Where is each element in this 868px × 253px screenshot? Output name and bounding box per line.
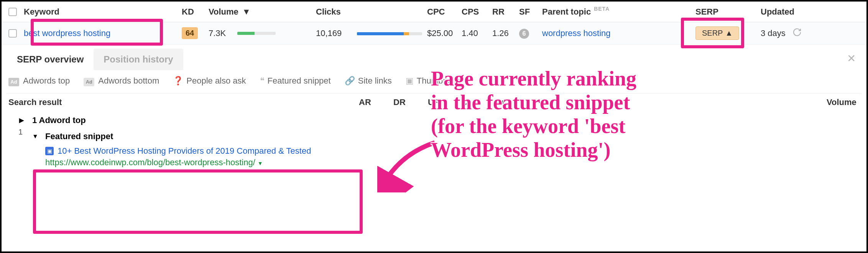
- col-m[interactable]: m: [497, 97, 531, 107]
- sort-desc-icon: ▼: [242, 7, 251, 17]
- serp-btn-label: SERP: [702, 29, 723, 38]
- row-checkbox[interactable]: [8, 29, 17, 38]
- col-sf[interactable]: SF: [519, 7, 542, 17]
- col-cps[interactable]: CPS: [462, 7, 492, 17]
- col-serp[interactable]: SERP: [695, 7, 761, 17]
- col-ar[interactable]: AR: [359, 97, 393, 107]
- featured-snippet-row[interactable]: ▼ Featured snippet: [7, 128, 861, 144]
- ad-icon: Ad: [84, 78, 94, 86]
- tab-position-history[interactable]: Position history: [94, 49, 183, 70]
- col-volume[interactable]: Volume ▼: [209, 7, 316, 17]
- beta-badge: BETA: [594, 6, 610, 12]
- filter-adwords-bottom[interactable]: AdAdwords bottom: [84, 76, 159, 86]
- clicks-value: 10,169: [316, 28, 342, 38]
- featured-snippet-heading: Featured snippet: [45, 131, 113, 141]
- col-rr[interactable]: RR: [492, 7, 519, 17]
- volume-value: 7.3K: [209, 28, 226, 38]
- filter-featured-snippet[interactable]: ❝Featured snippet: [260, 76, 331, 86]
- serp-feature-filters: AdAdwords top AdAdwords bottom ❓People a…: [7, 72, 861, 93]
- parent-topic-link[interactable]: wordpress hosting: [542, 28, 611, 38]
- col-cl[interactable]: cl: [462, 97, 497, 107]
- caret-up-icon: ▲: [725, 29, 733, 38]
- refresh-icon[interactable]: [792, 28, 802, 39]
- clicks-bar: [357, 32, 422, 35]
- filter-people-also-ask[interactable]: ❓People also ask: [173, 76, 246, 86]
- adword-row-label: 1 Adword top: [32, 115, 86, 125]
- cpc-value: $25.00: [427, 28, 462, 38]
- snippet-url-text: https://www.codeinwp.com/blog/best-wordp…: [45, 158, 255, 167]
- sf-badge: 6: [519, 29, 529, 39]
- snippet-result-title[interactable]: ▣ 10+ Best WordPress Hosting Providers o…: [7, 144, 861, 157]
- caret-down-icon: ▼: [258, 160, 263, 166]
- keyword-link[interactable]: best wordpress hosting: [24, 28, 110, 38]
- kd-badge: 64: [182, 27, 198, 39]
- col-updated[interactable]: Updated: [761, 7, 814, 17]
- image-result-icon: ▣: [45, 147, 54, 155]
- col-clicks[interactable]: Clicks: [316, 7, 427, 17]
- quote-icon: ❝: [260, 76, 265, 85]
- table-header: Keyword KD Volume ▼ Clicks CPC CPS RR SF…: [2, 2, 866, 22]
- panel-tabs: SERP overview Position history ✕: [7, 47, 861, 72]
- result-position: 1: [18, 128, 23, 136]
- col-parent-topic[interactable]: Parent topic BETA: [542, 7, 695, 17]
- adword-top-row[interactable]: ▶ 1 Adword top: [7, 112, 861, 128]
- close-icon[interactable]: ✕: [847, 52, 856, 65]
- snippet-result-url[interactable]: https://www.codeinwp.com/blog/best-wordp…: [7, 157, 861, 171]
- serp-overview-panel: SERP overview Position history ✕ AdAdwor…: [2, 47, 866, 171]
- volume-bar: [237, 32, 276, 35]
- rr-value: 1.26: [492, 28, 519, 38]
- col-parent-topic-label: Parent topic: [542, 7, 591, 17]
- link-icon: 🔗: [345, 76, 355, 85]
- col-volume-label: Volume: [209, 7, 238, 17]
- results-header: Search result AR DR UR cl m Volume: [7, 93, 861, 112]
- expand-icon: ▶: [19, 117, 24, 124]
- highlight-featured-snippet: [33, 169, 363, 234]
- col-keyword[interactable]: Keyword: [24, 7, 182, 17]
- col-ur[interactable]: UR: [428, 97, 462, 107]
- col-result-volume[interactable]: Volume: [827, 97, 861, 107]
- results-header-label: Search result: [7, 97, 359, 107]
- filter-adwords-top[interactable]: AdAdwords top: [8, 76, 70, 86]
- cps-value: 1.40: [462, 28, 492, 38]
- filter-site-links[interactable]: 🔗Site links: [345, 76, 392, 86]
- tab-serp-overview[interactable]: SERP overview: [7, 49, 94, 70]
- image-icon: ▣: [406, 76, 414, 85]
- snippet-title-text: 10+ Best WordPress Hosting Providers of …: [58, 146, 311, 156]
- ad-icon: Ad: [8, 78, 19, 86]
- col-kd[interactable]: KD: [182, 7, 209, 17]
- filter-thumbnails[interactable]: ▣Thumbnails: [406, 76, 460, 86]
- col-cpc[interactable]: CPC: [427, 7, 462, 17]
- updated-value: 3 days: [761, 28, 786, 38]
- select-all-checkbox[interactable]: [8, 8, 17, 16]
- keyword-row: best wordpress hosting 64 7.3K 10,169 $2…: [2, 22, 866, 44]
- collapse-icon: ▼: [32, 133, 38, 140]
- serp-toggle-button[interactable]: SERP ▲: [695, 26, 739, 40]
- question-icon: ❓: [173, 76, 183, 85]
- col-dr[interactable]: DR: [393, 97, 428, 107]
